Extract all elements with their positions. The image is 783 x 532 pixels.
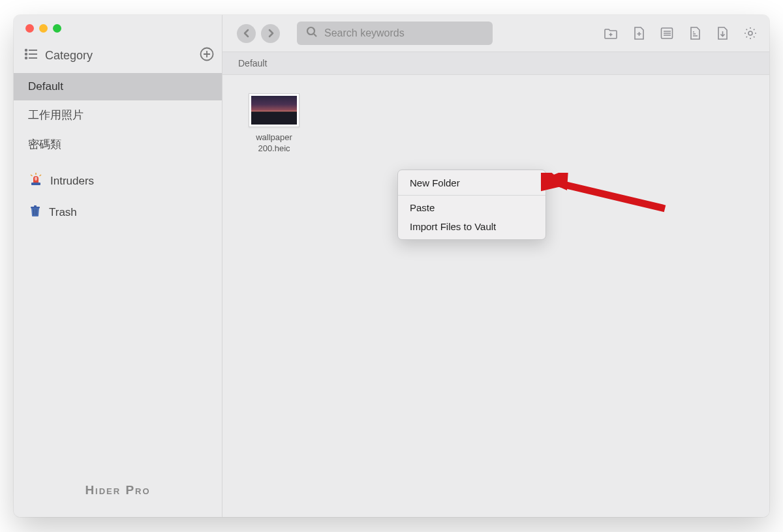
sidebar-item-passwords[interactable]: 密碼類 <box>14 130 222 159</box>
context-menu: New Folder Paste Import Files to Vault <box>397 170 546 240</box>
nav-back-button[interactable] <box>237 24 256 43</box>
main-panel: Default wallpaper 200.heic New Folder Pa… <box>223 15 769 517</box>
sidebar-item-label: Default <box>28 80 63 93</box>
svg-line-13 <box>40 175 42 176</box>
nav-forward-button[interactable] <box>261 24 280 43</box>
settings-icon[interactable] <box>743 26 758 40</box>
svg-line-20 <box>314 34 316 37</box>
list-icon <box>24 48 38 63</box>
window-controls <box>14 15 222 38</box>
sidebar-list: Default 工作用照片 密碼類 <box>14 73 222 469</box>
search-box[interactable] <box>297 22 493 45</box>
sidebar-item-default[interactable]: Default <box>14 73 222 100</box>
svg-point-19 <box>307 27 315 35</box>
menu-item-new-folder[interactable]: New Folder <box>398 173 545 192</box>
content-area[interactable]: wallpaper 200.heic New Folder Paste Impo… <box>223 75 769 517</box>
svg-point-2 <box>25 53 27 55</box>
sidebar-item-work-photos[interactable]: 工作用照片 <box>14 100 222 130</box>
annotation-arrow <box>541 173 671 228</box>
category-title: Category <box>45 49 200 63</box>
svg-point-33 <box>748 31 752 35</box>
import-icon[interactable] <box>716 26 729 40</box>
tool-icons <box>604 26 758 40</box>
file-label: wallpaper 200.heic <box>256 132 292 155</box>
sidebar: Category Default 工作用照片 密碼類 <box>14 15 223 517</box>
new-folder-icon[interactable] <box>604 26 618 40</box>
app-window: Category Default 工作用照片 密碼類 <box>14 15 769 517</box>
category-header: Category <box>14 38 222 73</box>
breadcrumb: Default <box>223 52 769 75</box>
svg-rect-9 <box>31 183 40 185</box>
file-thumbnail <box>249 93 299 127</box>
sidebar-item-label: 工作用照片 <box>28 108 84 123</box>
sidebar-item-label: 密碼類 <box>28 137 61 152</box>
maximize-window-button[interactable] <box>53 24 61 33</box>
trash-icon <box>28 203 42 221</box>
sort-icon[interactable] <box>688 26 701 40</box>
svg-point-4 <box>25 57 27 59</box>
siren-icon <box>28 173 44 189</box>
app-brand: Hider Pro <box>14 469 222 517</box>
search-icon <box>306 26 318 40</box>
sidebar-item-trash[interactable]: Trash <box>14 196 222 228</box>
toolbar <box>223 15 769 52</box>
breadcrumb-path: Default <box>238 58 267 68</box>
sidebar-item-intruders[interactable]: Intruders <box>14 166 222 196</box>
svg-point-0 <box>25 50 27 51</box>
nav-buttons <box>237 24 280 43</box>
svg-line-12 <box>31 175 33 176</box>
minimize-window-button[interactable] <box>39 24 48 33</box>
new-file-icon[interactable] <box>632 26 645 40</box>
list-view-icon[interactable] <box>660 26 674 40</box>
menu-divider <box>398 195 545 196</box>
sidebar-item-label: Trash <box>49 206 77 219</box>
close-window-button[interactable] <box>25 24 34 33</box>
svg-rect-15 <box>34 205 37 207</box>
menu-item-import[interactable]: Import Files to Vault <box>398 217 545 236</box>
menu-item-paste[interactable]: Paste <box>398 198 545 217</box>
add-category-button[interactable] <box>200 47 214 64</box>
svg-line-34 <box>553 182 665 209</box>
file-item[interactable]: wallpaper 200.heic <box>245 93 303 155</box>
sidebar-item-label: Intruders <box>50 175 94 188</box>
search-input[interactable] <box>324 27 484 39</box>
svg-point-10 <box>35 177 37 181</box>
